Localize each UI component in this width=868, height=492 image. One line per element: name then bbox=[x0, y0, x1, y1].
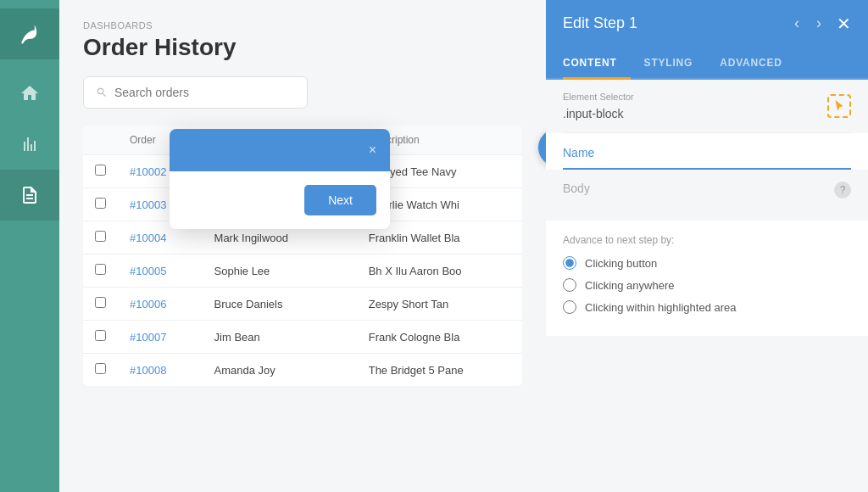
panel-prev-button[interactable]: ‹ bbox=[787, 11, 806, 36]
tab-content[interactable]: CONTENT bbox=[563, 48, 631, 80]
name-field-section bbox=[546, 133, 868, 170]
row-checkbox-cell[interactable] bbox=[83, 321, 118, 354]
breadcrumb: DASHBOARDS bbox=[83, 20, 522, 31]
home-icon bbox=[19, 83, 40, 103]
tooltip-header: × bbox=[170, 129, 390, 171]
page-title: Order History bbox=[83, 34, 522, 61]
order-name: Amanda Joy bbox=[203, 354, 357, 387]
element-selector-section: Element Selector .input-block bbox=[546, 80, 868, 132]
order-description: Frank Cologne Bla bbox=[357, 321, 522, 354]
body-placeholder: Body bbox=[563, 182, 590, 195]
order-id: #10007 bbox=[118, 321, 203, 354]
tab-advanced[interactable]: ADVANCED bbox=[720, 48, 796, 80]
row-checkbox[interactable] bbox=[95, 297, 106, 308]
logo-icon bbox=[18, 22, 42, 46]
body-section: Body ? bbox=[546, 170, 868, 221]
table-row: #10008 Amanda Joy The Bridget 5 Pane bbox=[83, 354, 522, 387]
panel-header: Edit Step 1 ‹ › ✕ bbox=[546, 0, 868, 47]
radio-input-clicking-within[interactable] bbox=[563, 300, 576, 314]
panel-body: Element Selector .input-block Body ? Adv… bbox=[546, 80, 868, 492]
search-input[interactable] bbox=[114, 86, 295, 99]
order-description: The Bridget 5 Pane bbox=[357, 354, 522, 387]
radio-label-clicking-within: Clicking within highlighted area bbox=[585, 301, 737, 314]
chevron-button[interactable] bbox=[538, 129, 546, 166]
row-checkbox[interactable] bbox=[95, 330, 106, 341]
row-checkbox-cell[interactable] bbox=[83, 188, 118, 221]
radio-label-clicking-button: Clicking button bbox=[585, 257, 657, 270]
row-checkbox-cell[interactable] bbox=[83, 221, 118, 254]
sidebar bbox=[0, 0, 59, 492]
panel-tabs: CONTENT STYLING ADVANCED bbox=[546, 47, 868, 80]
tooltip-close-button[interactable]: × bbox=[369, 143, 376, 158]
table-row: #10007 Jim Bean Frank Cologne Bla bbox=[83, 321, 522, 354]
panel-next-button[interactable]: › bbox=[810, 11, 828, 36]
element-selector-label: Element Selector bbox=[563, 92, 634, 102]
row-checkbox[interactable] bbox=[95, 363, 106, 374]
panel-close-button[interactable]: ✕ bbox=[837, 14, 851, 34]
sidebar-logo bbox=[0, 8, 59, 59]
main-content: DASHBOARDS Order History Order Name Desc… bbox=[59, 0, 546, 492]
row-checkbox-cell[interactable] bbox=[83, 254, 118, 288]
row-checkbox[interactable] bbox=[95, 198, 106, 209]
radio-clicking-button[interactable]: Clicking button bbox=[563, 256, 851, 270]
search-icon bbox=[96, 87, 108, 98]
tooltip-overlay: × Next bbox=[170, 129, 390, 229]
radio-input-clicking-button[interactable] bbox=[563, 256, 576, 270]
order-name: Sophie Lee bbox=[203, 254, 357, 288]
next-button[interactable]: Next bbox=[304, 185, 376, 215]
order-id: #10008 bbox=[118, 354, 203, 387]
row-checkbox-cell[interactable] bbox=[83, 354, 118, 387]
order-name: Jim Bean bbox=[203, 321, 357, 354]
element-selector-value: .input-block bbox=[563, 107, 634, 120]
panel-title: Edit Step 1 bbox=[563, 14, 637, 32]
sidebar-item-home[interactable] bbox=[0, 68, 59, 119]
search-box bbox=[83, 76, 308, 109]
chart-icon bbox=[19, 134, 40, 154]
radio-input-clicking-anywhere[interactable] bbox=[563, 278, 576, 292]
advance-label: Advance to next step by: bbox=[563, 234, 851, 246]
sidebar-item-analytics[interactable] bbox=[0, 119, 59, 170]
element-selector-group: Element Selector .input-block bbox=[563, 92, 634, 120]
sidebar-item-orders[interactable] bbox=[0, 170, 59, 221]
order-name: Bruce Daniels bbox=[203, 288, 357, 321]
order-description: Bh X Ilu Aaron Boo bbox=[357, 254, 522, 288]
col-checkbox bbox=[83, 126, 118, 155]
right-panel: Edit Step 1 ‹ › ✕ CONTENT STYLING ADVANC… bbox=[546, 0, 868, 492]
row-checkbox[interactable] bbox=[95, 231, 106, 242]
name-input[interactable] bbox=[563, 146, 851, 170]
row-checkbox-cell[interactable] bbox=[83, 155, 118, 188]
radio-clicking-within[interactable]: Clicking within highlighted area bbox=[563, 300, 851, 314]
row-checkbox[interactable] bbox=[95, 264, 106, 275]
row-checkbox-cell[interactable] bbox=[83, 288, 118, 321]
order-id: #10006 bbox=[118, 288, 203, 321]
row-checkbox[interactable] bbox=[95, 165, 106, 176]
tab-styling[interactable]: STYLING bbox=[644, 48, 707, 80]
document-icon bbox=[19, 185, 40, 205]
table-row: #10005 Sophie Lee Bh X Ilu Aaron Boo bbox=[83, 254, 522, 288]
radio-clicking-anywhere[interactable]: Clicking anywhere bbox=[563, 278, 851, 292]
selector-icon-button[interactable] bbox=[827, 94, 851, 118]
order-id: #10005 bbox=[118, 254, 203, 288]
radio-label-clicking-anywhere: Clicking anywhere bbox=[585, 279, 675, 292]
table-row: #10006 Bruce Daniels Zespy Short Tan bbox=[83, 288, 522, 321]
order-description: Zespy Short Tan bbox=[357, 288, 522, 321]
panel-nav: ‹ › ✕ bbox=[787, 11, 851, 36]
tooltip-body: Next bbox=[170, 171, 390, 229]
advance-section: Advance to next step by: Clicking button… bbox=[546, 221, 868, 336]
cursor-icon bbox=[833, 100, 845, 112]
help-icon[interactable]: ? bbox=[834, 182, 851, 198]
